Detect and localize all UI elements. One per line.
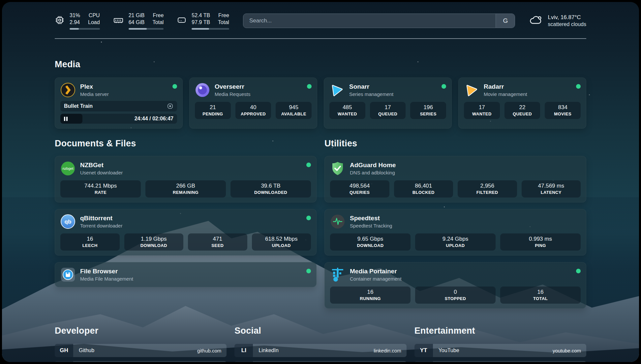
stat-label: PENDING (196, 111, 229, 116)
cpu-usage-value: 31% (70, 12, 80, 19)
adguard-card[interactable]: AdGuard Home DNS and adblocking 498,564 … (324, 156, 586, 202)
svg-text:qb: qb (65, 219, 72, 225)
qbittorrent-title: qBittorrent (80, 214, 122, 223)
nzbget-card[interactable]: nzbget NZBGet Usenet downloader 74 (55, 156, 317, 202)
cpu-progress-fill (70, 28, 79, 30)
pause-button[interactable] (64, 117, 68, 121)
stat-value: 9.65 Gbps (331, 236, 409, 242)
stat-tile: 0.993 ms PING (500, 233, 581, 251)
stat-value: 22 (506, 104, 539, 111)
bookmark-youtube[interactable]: YT YouTube youtube.com (414, 344, 586, 357)
disk-progress-track (192, 28, 229, 30)
svg-text:nzbget: nzbget (62, 167, 73, 170)
bookmark-abbr: LI (234, 344, 253, 357)
stat-label: QUERIES (331, 190, 388, 195)
stat-tile: 485 WANTED (329, 102, 365, 119)
stat-tile: 196 SERIES (410, 102, 446, 119)
stat-label: TOTAL (502, 296, 579, 301)
stat-label: LEECH (62, 243, 118, 248)
weather-location-temp: Lviv, 16.87°C (548, 14, 586, 21)
cpu-load-label: Load (88, 19, 100, 26)
portainer-card[interactable]: Media Portainer Container management 16 … (324, 262, 586, 309)
search-engine-button[interactable]: G (496, 14, 515, 28)
stat-tile: 2,956 FILTERED (458, 180, 517, 197)
stat-label: APPROVED (237, 111, 270, 116)
qbittorrent-card[interactable]: qb qBittorrent Torrent downloader (55, 209, 317, 256)
stat-value: 834 (546, 104, 579, 111)
stat-label: MOVIES (546, 111, 579, 116)
stat-value: 86,401 (395, 183, 452, 189)
speedtest-card[interactable]: Speedtest Speedtest Tracking 9.65 Gbps D… (324, 209, 586, 256)
filebrowser-icon (60, 267, 76, 282)
dashboard-screen: 31% CPU 2.94 Load (2, 2, 639, 362)
stat-tile: 498,564 QUERIES (330, 180, 389, 197)
plex-now-playing-row: Bullet Train (60, 101, 177, 111)
ram-stat: 21 GiB Free 64 GiB Total (113, 12, 164, 30)
bookmark-linkedin[interactable]: LI LinkedIn linkedin.com (234, 344, 406, 357)
ram-total-value: 64 GiB (129, 19, 145, 26)
utilities-column: Utilities (324, 138, 586, 309)
stat-tile: 0 STOPPED (415, 287, 496, 304)
cpu-icon (55, 15, 65, 26)
sonarr-card[interactable]: Sonarr Series management 485 WANTED 17 Q… (324, 77, 452, 129)
stat-tile: 39.6 TB DOWNLOADED (230, 180, 311, 197)
sonarr-icon (329, 82, 345, 98)
stat-value: 1.19 Gbps (126, 236, 182, 242)
cpu-progress-track (70, 28, 100, 30)
stat-value: 2,956 (459, 183, 516, 189)
plex-status-dot (172, 84, 177, 89)
stat-value: 471 (189, 236, 246, 242)
cpu-stat: 31% CPU 2.94 Load (55, 12, 100, 30)
stat-label: AVAILABLE (277, 111, 310, 116)
disk-total-label: Total (218, 19, 229, 26)
adguard-title: AdGuard Home (350, 161, 396, 169)
plex-now-playing-title: Bullet Train (64, 103, 93, 109)
plex-card[interactable]: Plex Media server Bullet Train 24:44 / 0 (55, 77, 183, 129)
stat-label: LATENCY (523, 190, 580, 195)
stat-tile: 744.21 Mbps RATE (60, 180, 141, 197)
stat-label: SEED (189, 243, 246, 248)
stat-label: DOWNLOAD (331, 243, 409, 248)
stat-tile: 9.65 Gbps DOWNLOAD (330, 233, 411, 251)
top-bar: 31% CPU 2.94 Load (55, 11, 586, 30)
overseerr-card[interactable]: Overseerr Media Requests 21 PENDING 40 A… (189, 77, 317, 129)
bookmark-name: Github (79, 348, 94, 353)
filebrowser-card[interactable]: File Browser Media File Management (55, 262, 317, 287)
filebrowser-subtitle: Media File Management (80, 276, 133, 282)
stat-tile: 22 QUEUED (504, 102, 540, 119)
social-section: Social LI LinkedIn linkedin.com TW Twitt… (234, 326, 406, 362)
nzbget-status-dot (306, 163, 311, 167)
disk-icon (177, 15, 187, 26)
bookmark-url: linkedin.com (374, 348, 401, 353)
stat-value: 485 (331, 104, 364, 111)
radarr-card[interactable]: Radarr Movie management 17 WANTED 22 QUE… (458, 77, 586, 129)
stat-value: 40 (237, 104, 270, 111)
portainer-icon (330, 267, 345, 282)
stat-tile: 17 WANTED (464, 102, 500, 119)
stat-label: RATE (62, 190, 139, 195)
bookmark-twitter[interactable]: TW Twitter twitter.com (234, 361, 406, 362)
stat-label: DOWNLOAD (126, 243, 182, 248)
stat-label: WANTED (331, 111, 364, 116)
qbittorrent-icon: qb (60, 214, 76, 229)
search-bar: G (243, 14, 515, 28)
bookmark-url: github.com (197, 348, 221, 353)
system-stats: 31% CPU 2.94 Load (55, 12, 229, 30)
media-section-heading: Media (55, 59, 586, 70)
portainer-status-dot (576, 269, 581, 273)
search-input[interactable] (243, 14, 496, 28)
stat-tile: 16 RUNNING (330, 287, 411, 304)
adguard-icon (330, 161, 345, 176)
stat-tile: 16 LEECH (60, 233, 120, 251)
ram-free-value: 21 GiB (129, 12, 145, 19)
bookmark-stackoverflow[interactable]: SO StackOverflow stackoverflow.com (55, 361, 227, 362)
plex-title: Plex (80, 83, 109, 91)
overseerr-title: Overseerr (215, 83, 250, 91)
overseerr-icon (195, 82, 210, 98)
bookmark-github[interactable]: GH Github github.com (55, 344, 227, 357)
session-camera-icon[interactable] (167, 103, 173, 109)
bookmark-netflix[interactable]: NF Netflix netflix.com (414, 361, 586, 362)
disk-free-value: 52.4 TB (192, 12, 210, 19)
plex-time: 24:44 / 02:06:47 (135, 116, 177, 122)
stat-label: STOPPED (416, 296, 494, 301)
